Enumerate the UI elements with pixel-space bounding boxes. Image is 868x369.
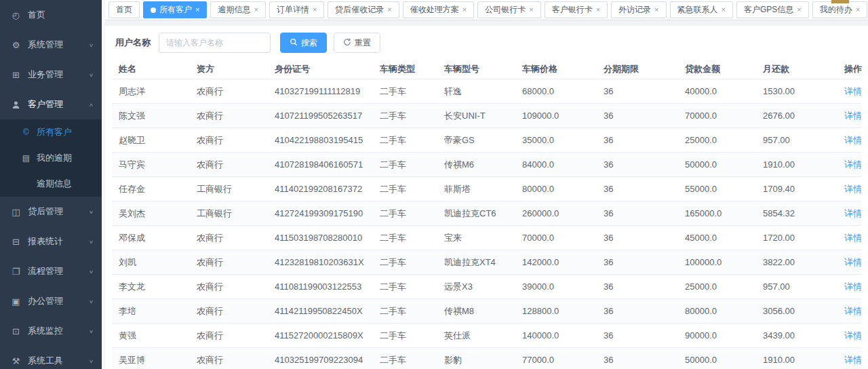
- table-cell: 二手车: [373, 250, 437, 275]
- table-cell: 410422198803195415: [268, 128, 373, 153]
- sidebar-item-overdue-info[interactable]: 逾期信息: [0, 171, 102, 197]
- table-cell: 70000.0: [678, 104, 756, 128]
- sidebar-item-business-mgmt[interactable]: ⊞业务管理∨: [0, 60, 102, 90]
- tab-all-customers[interactable]: 所有客户×: [143, 1, 207, 18]
- tab-close-icon[interactable]: ×: [195, 6, 199, 14]
- detail-link[interactable]: 详情: [844, 306, 861, 316]
- table-row: 周志洋农商行410327199111112819二手车轩逸68000.03640…: [112, 79, 861, 104]
- tab-close-icon[interactable]: ×: [254, 6, 258, 14]
- table-cell: 410325199709223094: [268, 348, 373, 369]
- sidebar-item-office-mgmt[interactable]: ▣办公管理∨: [0, 286, 102, 316]
- detail-link[interactable]: 详情: [844, 208, 861, 218]
- sidebar-item-label: 逾期信息: [37, 178, 72, 190]
- sidebar-item-customer-mgmt[interactable]: 客户管理∧: [0, 90, 102, 119]
- avatar-fragment: [831, 0, 849, 3]
- customers-table: 姓名资方身份证号车辆类型车辆型号车辆价格分期期限贷款金额月还款操作 周志洋农商行…: [112, 60, 861, 369]
- table-cell: 2676.00: [756, 104, 837, 128]
- column-header: 分期期限: [597, 60, 678, 79]
- tab-overdue-info[interactable]: 逾期信息×: [210, 1, 265, 18]
- table-row: 赵晓卫农商行410422198803195415二手车帝豪GS35000.036…: [112, 128, 861, 153]
- detail-link[interactable]: 详情: [844, 355, 861, 365]
- detail-link[interactable]: 详情: [844, 281, 861, 292]
- system-tools-icon: ⚒: [10, 356, 22, 366]
- tab-close-icon[interactable]: ×: [462, 6, 467, 14]
- search-label: 用户名称: [115, 37, 151, 49]
- tab-close-icon[interactable]: ×: [596, 6, 600, 14]
- table-cell: 36: [597, 177, 678, 201]
- search-button[interactable]: 搜索: [280, 33, 327, 53]
- detail-link[interactable]: 详情: [844, 135, 861, 145]
- sidebar-item-system-mgmt[interactable]: ⚙系统管理∨: [0, 30, 102, 60]
- sidebar-item-my-overdue[interactable]: ▤我的逾期: [0, 145, 102, 171]
- tab-customer-bank-card[interactable]: 客户银行卡×: [545, 1, 608, 18]
- tab-close-icon[interactable]: ×: [654, 6, 658, 14]
- tab-close-icon[interactable]: ×: [387, 6, 391, 14]
- table-cell: 50000.0: [678, 348, 756, 369]
- table-cell: 45000.0: [678, 226, 756, 250]
- tab-collection-plan[interactable]: 催收处理方案×: [403, 1, 474, 18]
- tab-close-icon[interactable]: ×: [797, 6, 801, 14]
- table-cell: 80000.0: [515, 177, 597, 201]
- tab-label: 紧急联系人: [677, 4, 718, 16]
- home-icon: ◴: [10, 10, 22, 20]
- table-cell: 25000.0: [678, 275, 756, 299]
- detail-link[interactable]: 详情: [844, 86, 861, 96]
- tab-collection-records[interactable]: 贷后催收记录×: [328, 1, 399, 18]
- detail-link[interactable]: 详情: [844, 111, 861, 121]
- tab-label: 订单详情: [277, 4, 309, 16]
- tab-customer-gps[interactable]: 客户GPS信息×: [736, 1, 809, 18]
- sidebar-item-home[interactable]: ◴首页: [0, 0, 102, 30]
- table-cell: 远景X3: [437, 275, 515, 299]
- detail-link[interactable]: 详情: [844, 257, 861, 267]
- chevron-down-icon: ∨: [89, 269, 94, 274]
- sidebar-item-all-customers[interactable]: ©所有客户: [0, 119, 102, 145]
- detail-link[interactable]: 详情: [844, 330, 861, 341]
- table-cell: 412724199309175190: [268, 201, 373, 226]
- table-row: 马守宾农商行410728198406160571二手车传祺M684000.036…: [112, 153, 861, 177]
- tab-my-todo[interactable]: 我的待办×: [812, 1, 867, 18]
- chevron-down-icon: ∨: [89, 209, 94, 214]
- sidebar: ◴首页⚙系统管理∨⊞业务管理∨客户管理∧©所有客户▤我的逾期逾期信息◫贷后管理∨…: [0, 0, 102, 369]
- action-cell: 详情: [837, 226, 861, 250]
- table-cell: 1910.00: [756, 348, 837, 369]
- search-input[interactable]: [159, 33, 271, 53]
- tab-company-bank-card[interactable]: 公司银行卡×: [477, 1, 540, 18]
- sidebar-item-loan-mgmt[interactable]: ◫贷后管理∨: [0, 197, 102, 227]
- main-area: 首页所有客户×逾期信息×订单详情×贷后催收记录×催收处理方案×公司银行卡×客户银…: [105, 0, 868, 369]
- action-cell: 详情: [837, 299, 861, 324]
- action-cell: 详情: [837, 153, 861, 177]
- tab-home[interactable]: 首页: [108, 1, 140, 18]
- chevron-down-icon: ∨: [89, 239, 94, 244]
- table-cell: 1720.00: [756, 226, 837, 250]
- sidebar-item-label: 流程管理: [28, 265, 89, 277]
- sidebar-item-report-stats[interactable]: ⊟报表统计∨: [0, 227, 102, 256]
- table-cell: 二手车: [373, 299, 437, 324]
- column-header: 车辆价格: [515, 60, 597, 79]
- detail-link[interactable]: 详情: [844, 159, 861, 170]
- table-cell: 109000.0: [515, 104, 597, 128]
- system-monitor-icon: ⊡: [10, 326, 22, 336]
- office-mgmt-icon: ▣: [10, 296, 22, 307]
- table-cell: 1709.40: [756, 177, 837, 201]
- tab-close-icon[interactable]: ×: [856, 6, 860, 14]
- table-cell: 3822.00: [756, 250, 837, 275]
- detail-link[interactable]: 详情: [844, 233, 861, 243]
- tab-close-icon[interactable]: ×: [529, 6, 533, 14]
- table-cell: 二手车: [373, 177, 437, 201]
- table-cell: 二手车: [373, 79, 437, 104]
- tab-emergency-contacts[interactable]: 紧急联系人×: [670, 1, 733, 18]
- reset-button[interactable]: 重置: [334, 33, 380, 53]
- tab-order-detail[interactable]: 订单详情×: [269, 1, 324, 18]
- table-cell: 吴亚博: [112, 348, 190, 369]
- table-cell: 36: [597, 299, 678, 324]
- tab-close-icon[interactable]: ×: [313, 6, 317, 14]
- sidebar-item-system-tools[interactable]: ⚒系统工具∨: [0, 346, 102, 369]
- table-row: 陈文强农商行410721199505263517二手车长安UNI-T109000…: [112, 104, 861, 128]
- tab-close-icon[interactable]: ×: [722, 6, 726, 14]
- detail-link[interactable]: 详情: [844, 184, 861, 194]
- sidebar-item-system-monitor[interactable]: ⊡系统监控∨: [0, 316, 102, 346]
- tab-label: 公司银行卡: [485, 4, 526, 16]
- table-cell: 55000.0: [678, 177, 756, 201]
- sidebar-item-process-mgmt[interactable]: ❐流程管理∨: [0, 256, 102, 286]
- tab-visit-records[interactable]: 外访记录×: [611, 1, 666, 18]
